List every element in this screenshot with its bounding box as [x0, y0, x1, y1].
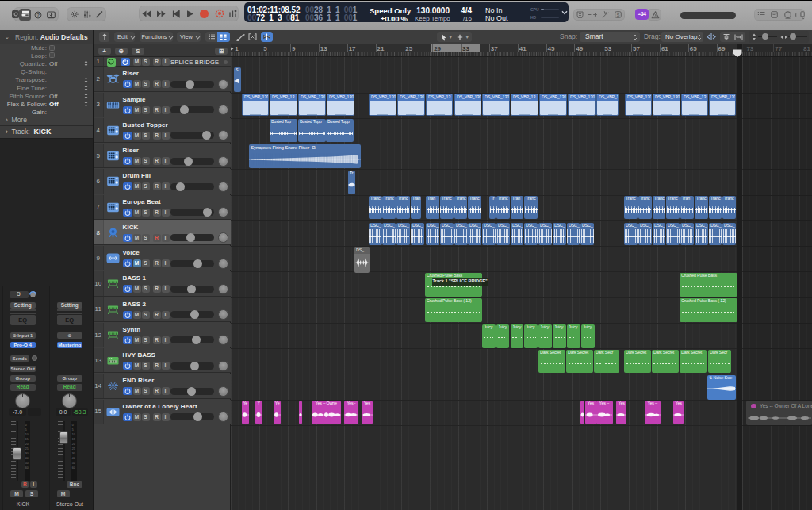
svg-text:?: ? [36, 13, 40, 17]
svg-text:S: S [617, 13, 620, 17]
